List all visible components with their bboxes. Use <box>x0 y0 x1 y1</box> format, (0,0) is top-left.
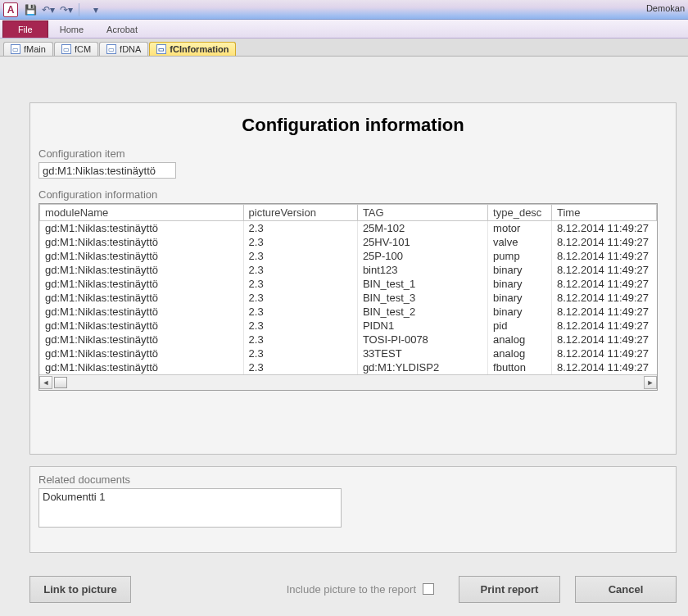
table-cell: TOSI-PI-0078 <box>357 333 487 346</box>
config-info-panel: Configuration information Configuration … <box>29 102 677 455</box>
workspace: Configuration information Configuration … <box>0 57 688 616</box>
table-cell: 8.12.2014 11:49:27 <box>552 305 657 319</box>
table-cell: binary <box>488 277 552 291</box>
table-cell: 8.12.2014 11:49:27 <box>552 277 657 291</box>
table-cell: gd:M1:Niklas:testinäyttö <box>40 305 244 319</box>
table-row[interactable]: gd:M1:Niklas:testinäyttö2.325M-102motor8… <box>40 221 657 236</box>
table-row[interactable]: gd:M1:Niklas:testinäyttö2.3gd:M1:YLDISP2… <box>40 360 657 374</box>
table-cell: 8.12.2014 11:49:27 <box>552 263 657 277</box>
table-cell: 8.12.2014 11:49:27 <box>552 235 657 249</box>
col-modulename[interactable]: moduleName <box>40 205 244 221</box>
scroll-thumb[interactable] <box>54 377 67 388</box>
quick-access-toolbar: 💾 ↶▾ ↷▾ ▾ <box>23 2 103 17</box>
bottom-controls: Link to picture Include picture to the r… <box>29 573 677 605</box>
table-cell: analog <box>488 333 552 346</box>
table-cell: gd:M1:Niklas:testinäyttö <box>40 333 244 346</box>
grid-horizontal-scrollbar[interactable]: ◄ ► <box>39 374 657 390</box>
table-row[interactable]: gd:M1:Niklas:testinäyttö2.3BIN_test_2bin… <box>40 305 657 319</box>
table-cell: BIN_test_1 <box>357 277 487 291</box>
table-cell: motor <box>488 221 552 236</box>
table-cell: 2.3 <box>243 249 357 263</box>
table-cell: 2.3 <box>243 263 357 277</box>
table-cell: 8.12.2014 11:49:27 <box>552 346 657 360</box>
config-info-grid[interactable]: moduleName pictureVersion TAG type_desc … <box>38 203 658 391</box>
ribbon-tab-home[interactable]: Home <box>48 21 95 38</box>
table-cell: gd:M1:Niklas:testinäyttö <box>40 221 244 236</box>
table-cell: 8.12.2014 11:49:27 <box>552 333 657 346</box>
tab-label: fCInformation <box>170 44 229 54</box>
table-cell: 8.12.2014 11:49:27 <box>552 319 657 333</box>
include-picture-checkbox[interactable] <box>423 583 434 595</box>
table-row[interactable]: gd:M1:Niklas:testinäyttö2.325P-100pump8.… <box>40 249 657 263</box>
col-type-desc[interactable]: type_desc <box>488 205 552 221</box>
table-cell: 2.3 <box>243 333 357 346</box>
table-cell: 2.3 <box>243 277 357 291</box>
list-item[interactable]: Dokumentti 1 <box>43 491 337 503</box>
ribbon-tab-file[interactable]: File <box>2 20 48 38</box>
table-cell: 25M-102 <box>357 221 487 236</box>
tab-fmain[interactable]: ▭ fMain <box>3 42 53 56</box>
tab-label: fCM <box>75 44 91 54</box>
table-cell: 8.12.2014 11:49:27 <box>552 360 657 374</box>
ribbon-tab-acrobat[interactable]: Acrobat <box>95 21 149 38</box>
save-icon[interactable]: 💾 <box>23 2 38 17</box>
table-row[interactable]: gd:M1:Niklas:testinäyttö2.333TESTanalog8… <box>40 346 657 360</box>
table-cell: binary <box>488 263 552 277</box>
table-cell: BIN_test_2 <box>357 305 487 319</box>
related-docs-label: Related documents <box>38 473 668 486</box>
tab-fcm[interactable]: ▭ fCM <box>54 42 98 56</box>
table-cell: BIN_test_3 <box>357 291 487 305</box>
related-docs-list[interactable]: Dokumentti 1 <box>38 488 342 528</box>
table-row[interactable]: gd:M1:Niklas:testinäyttö2.3PIDN1pid8.12.… <box>40 319 657 333</box>
tab-fcinformation[interactable]: ▭ fCInformation <box>149 42 236 56</box>
table-cell: 2.3 <box>243 221 357 236</box>
table-cell: fbutton <box>488 360 552 374</box>
table-cell: binary <box>488 291 552 305</box>
customize-qat-icon[interactable]: ▾ <box>88 2 103 17</box>
table-row[interactable]: gd:M1:Niklas:testinäyttö2.3BIN_test_3bin… <box>40 291 657 305</box>
table-cell: 8.12.2014 11:49:27 <box>552 291 657 305</box>
table-row[interactable]: gd:M1:Niklas:testinäyttö2.3TOSI-PI-0078a… <box>40 333 657 346</box>
table-cell: bint123 <box>357 263 487 277</box>
table-row[interactable]: gd:M1:Niklas:testinäyttö2.325HV-101valve… <box>40 235 657 249</box>
config-item-label: Configuration item <box>38 147 668 160</box>
table-row[interactable]: gd:M1:Niklas:testinäyttö2.3bint123binary… <box>40 263 657 277</box>
tab-label: fDNA <box>120 44 141 54</box>
form-icon: ▭ <box>11 44 20 54</box>
cancel-button[interactable]: Cancel <box>575 576 677 603</box>
tab-label: fMain <box>24 44 46 54</box>
table-cell: gd:M1:YLDISP2 <box>357 360 487 374</box>
ribbon-tabs: File Home Acrobat <box>0 20 688 38</box>
related-docs-panel: Related documents Dokumentti 1 <box>29 466 677 553</box>
scroll-left-icon[interactable]: ◄ <box>39 376 52 389</box>
table-cell: 2.3 <box>243 305 357 319</box>
table-cell: analog <box>488 346 552 360</box>
table-cell: 25HV-101 <box>357 235 487 249</box>
table-cell: gd:M1:Niklas:testinäyttö <box>40 291 244 305</box>
col-pictureversion[interactable]: pictureVersion <box>243 205 357 221</box>
table-cell: 25P-100 <box>357 249 487 263</box>
table-row[interactable]: gd:M1:Niklas:testinäyttö2.3BIN_test_1bin… <box>40 277 657 291</box>
table-cell: 2.3 <box>243 291 357 305</box>
col-time[interactable]: Time <box>552 205 657 221</box>
col-tag[interactable]: TAG <box>357 205 487 221</box>
scroll-right-icon[interactable]: ► <box>644 376 657 389</box>
link-to-picture-button[interactable]: Link to picture <box>29 576 131 603</box>
redo-icon[interactable]: ↷▾ <box>59 2 74 17</box>
form-icon: ▭ <box>106 44 116 54</box>
undo-icon[interactable]: ↶▾ <box>41 2 56 17</box>
page-title: Configuration information <box>38 115 668 136</box>
table-cell: 2.3 <box>243 235 357 249</box>
print-report-button[interactable]: Print report <box>459 576 560 603</box>
table-cell: gd:M1:Niklas:testinäyttö <box>40 277 244 291</box>
tab-fdna[interactable]: ▭ fDNA <box>99 42 148 56</box>
table-cell: 2.3 <box>243 319 357 333</box>
app-icon-letter: A <box>7 4 15 16</box>
config-item-input[interactable]: gd:M1:Niklas:testinäyttö <box>38 162 176 179</box>
table-cell: 33TEST <box>357 346 487 360</box>
table-cell: binary <box>488 305 552 319</box>
qat-divider <box>79 3 84 16</box>
table-cell: gd:M1:Niklas:testinäyttö <box>40 235 244 249</box>
table-cell: 2.3 <box>243 346 357 360</box>
grid-header-row: moduleName pictureVersion TAG type_desc … <box>40 205 657 221</box>
